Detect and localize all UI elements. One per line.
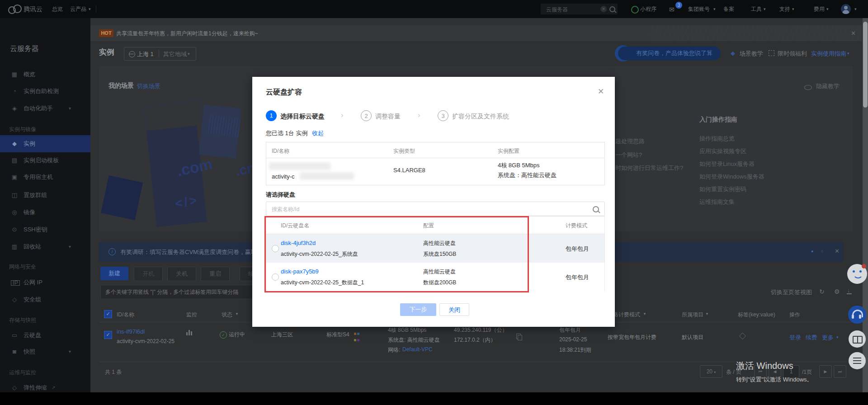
nav-search-box[interactable]: ✕ — [541, 4, 618, 14]
sidebar-item-cloud-disk[interactable]: ▭ 云硬盘 — [0, 327, 90, 344]
sidebar-item-snapshot[interactable]: ◙ 快照 ▾ — [0, 343, 90, 360]
panel-list-button[interactable] — [849, 352, 866, 369]
sidebar-item-label: 公网 IP — [24, 274, 42, 291]
guide-link[interactable]: 如何重置实例密码 — [699, 185, 746, 193]
next-step-button[interactable]: 下一步 — [400, 303, 436, 316]
search-icon[interactable] — [593, 206, 599, 212]
m-instance-name-prefix: activity-c — [272, 173, 295, 180]
brand-name[interactable]: 腾讯云 — [24, 0, 42, 18]
promo-banner[interactable]: HOT 共享流量包开年特惠，新用户闲时流量1分钱起，速来抢购~ ✕ — [90, 25, 862, 41]
guide-link[interactable]: 运维指南文集 — [699, 198, 735, 206]
next-page-button[interactable]: ▶ — [819, 365, 832, 378]
nav-icp[interactable]: 备案 — [723, 0, 734, 18]
shutdown-button[interactable]: 关机 — [167, 267, 196, 281]
disk-id-link[interactable]: disk-4juf3h2d — [281, 240, 316, 246]
disk-search-box[interactable] — [266, 202, 605, 216]
survey-close-icon[interactable]: ✕ — [835, 248, 840, 254]
nav-search-input[interactable] — [545, 5, 597, 14]
start-button[interactable]: 开机 — [134, 267, 163, 281]
nav-products[interactable]: 云产品 — [70, 0, 86, 18]
restart-button[interactable]: 重启 — [201, 267, 230, 281]
per-page-select[interactable]: 20 ▾ — [700, 365, 722, 378]
guide-link[interactable]: 操作指南总览 — [699, 135, 735, 143]
disk-id-link[interactable]: disk-pax7y5b9 — [281, 268, 319, 275]
select-all-checkbox[interactable]: ✓ — [104, 310, 112, 318]
guide-link[interactable]: 如何登录Linux服务器 — [699, 160, 755, 168]
sidebar-item-launch-template[interactable]: ▤ 实例启动模板 — [0, 152, 90, 169]
region-other[interactable]: 其它地域 — [163, 50, 187, 58]
sidebar-item-public-ip[interactable]: IP 公网 IP — [0, 274, 90, 291]
sidebar-item-recycle-bin[interactable]: ▥ 回收站 ▾ — [0, 238, 90, 255]
copy-icon[interactable] — [516, 334, 521, 339]
support-headset-button[interactable] — [848, 306, 866, 324]
download-icon[interactable] — [846, 289, 852, 294]
filter-icon[interactable]: ▼ — [705, 312, 709, 316]
disk-radio[interactable] — [272, 273, 279, 281]
filter-icon[interactable]: ▼ — [235, 312, 239, 316]
modal-close-button[interactable]: 关闭 — [439, 303, 469, 316]
create-button[interactable]: 新建 — [100, 267, 128, 280]
benefit-link[interactable]: 限时领福利 — [778, 50, 807, 58]
sidebar-item-self-check[interactable]: ◔ 实例自助检测 — [0, 83, 90, 100]
scene-teaching-link[interactable]: 场景教学 — [740, 50, 763, 58]
nav-support[interactable]: 支持 — [779, 0, 790, 18]
login-action[interactable]: 登录 — [789, 334, 801, 342]
sidebar-item-instances[interactable]: ◆ 实例 — [0, 135, 90, 152]
page-input[interactable]: 1 — [783, 365, 799, 378]
collapse-link[interactable]: 收起 — [312, 129, 324, 137]
disk-row[interactable]: disk-pax7y5b9 activity-cvm-2022-02-25_数据… — [266, 263, 604, 291]
monitor-chart-icon[interactable] — [186, 330, 193, 335]
mini-program-icon — [631, 6, 639, 14]
search-icon[interactable] — [609, 6, 615, 12]
faq-link-fragment[interactable]: 一个网站? — [615, 151, 642, 159]
carousel-dot[interactable]: ○ — [821, 249, 823, 254]
modal-close-icon[interactable]: ✕ — [598, 87, 604, 96]
billing-line3: 18:38:21到期 — [559, 346, 591, 354]
refresh-icon[interactable]: ↻ — [819, 288, 825, 295]
view-switch-link[interactable]: 切换至页签视图 — [771, 288, 812, 297]
sidebar-item-overview[interactable]: ▦ 概览 — [0, 66, 90, 83]
nav-mini-program[interactable]: 小程序 — [640, 0, 656, 18]
usage-guide-link[interactable]: 实例使用指南 — [811, 50, 846, 58]
docs-book-button[interactable] — [849, 330, 866, 348]
sidebar-item-placement-group[interactable]: ◫ 置放群组 — [0, 187, 90, 204]
faq-link-fragment[interactable]: 题处理思路 — [615, 137, 645, 146]
clear-icon[interactable]: ✕ — [600, 6, 607, 12]
switch-scene-link[interactable]: 切换场景 — [137, 82, 160, 90]
survey-pill-button[interactable]: 有奖问卷，产品体验您说了算 — [618, 47, 721, 60]
more-action[interactable]: 更多 — [822, 334, 834, 342]
sidebar-item-dedicated-host[interactable]: ▣ 专用宿主机 — [0, 169, 90, 186]
nav-overview[interactable]: 总览 — [52, 0, 63, 18]
hide-teaching-link[interactable]: 隐藏教学 — [816, 82, 840, 90]
sidebar-item-ssh-keys[interactable]: ⊙ SSH密钥 — [0, 221, 90, 238]
renew-action[interactable]: 续费 — [806, 334, 817, 342]
mail-icon[interactable]: ✉ — [669, 0, 675, 19]
vpc-link[interactable]: Default-VPC — [402, 346, 433, 353]
disk-search-input[interactable] — [271, 204, 589, 215]
row-checkbox[interactable]: ✓ — [104, 331, 112, 339]
faq-link-fragment[interactable]: 时如何进行日常运维工作? — [615, 164, 683, 172]
nav-tools[interactable]: 工具 — [751, 0, 762, 18]
banner-close-icon[interactable]: ✕ — [851, 30, 856, 37]
sidebar-item-security-group[interactable]: ◇ 安全组 — [0, 291, 90, 308]
first-page-button[interactable]: ⏮ — [754, 365, 767, 378]
region-selector[interactable]: 上海 1 其它地域 ▾ — [124, 47, 196, 61]
scrollbar-thumb[interactable] — [863, 22, 868, 108]
instance-id-link[interactable]: ins-if97l6dl — [117, 328, 145, 335]
guide-link[interactable]: 应用实操视频专区 — [699, 147, 746, 155]
avatar[interactable] — [841, 4, 851, 14]
gear-icon[interactable]: ⚙ — [834, 288, 840, 295]
sidebar-item-automation[interactable]: ◈ 自动化助手 ▾ — [0, 100, 90, 117]
carousel-dot-active[interactable]: ● — [811, 249, 813, 254]
nav-billing[interactable]: 费用 — [814, 0, 825, 18]
nav-group-account[interactable]: 集团账号 — [688, 0, 710, 18]
overview-icon: ▦ — [11, 66, 18, 83]
disk-radio[interactable] — [272, 245, 279, 252]
sidebar-item-images[interactable]: ◎ 镜像 — [0, 204, 90, 221]
disk-row[interactable]: disk-4juf3h2d activity-cvm-2022-02-25_系统… — [266, 234, 604, 263]
guide-link[interactable]: 如何登录Windows服务器 — [699, 173, 764, 181]
region-current[interactable]: 上海 1 — [137, 50, 154, 58]
filter-icon[interactable]: ▼ — [643, 312, 646, 316]
prev-page-button[interactable]: ◀ — [769, 365, 781, 378]
last-page-button[interactable]: ⏭ — [834, 365, 846, 378]
